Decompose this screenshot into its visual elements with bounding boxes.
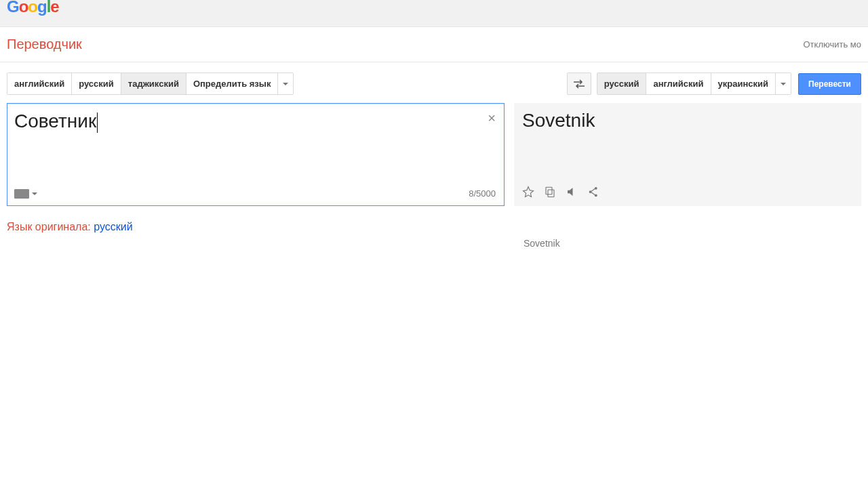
- source-text-box[interactable]: Советник × 8/5000: [7, 103, 505, 206]
- target-text: Sovetnik: [522, 110, 853, 131]
- copy-icon: [544, 186, 556, 198]
- speaker-icon: [566, 186, 578, 198]
- language-controls: английский русский таджикский Определить…: [0, 62, 868, 103]
- star-icon: [522, 186, 534, 198]
- chevron-down-icon: [32, 192, 37, 195]
- transliteration-text: Sovetnik: [524, 238, 560, 249]
- text-cursor: [97, 113, 98, 133]
- svg-point-2: [589, 190, 592, 193]
- svg-rect-0: [548, 190, 554, 197]
- google-logo[interactable]: Google: [7, 0, 59, 16]
- svg-rect-1: [546, 187, 552, 195]
- target-lang-more-dropdown[interactable]: [776, 73, 791, 94]
- swap-icon: [573, 79, 585, 89]
- source-lang-english[interactable]: английский: [7, 73, 72, 94]
- char-count: 8/5000: [469, 188, 496, 199]
- keyboard-icon: [14, 189, 29, 199]
- detected-language-label: Язык оригинала:: [7, 221, 94, 232]
- share-icon: [587, 186, 599, 198]
- instant-toggle-link[interactable]: Отключить мо: [804, 39, 862, 49]
- translate-button[interactable]: Перевести: [798, 73, 861, 95]
- target-language-group: русский английский украинский: [597, 73, 791, 95]
- virtual-keyboard-button[interactable]: [14, 189, 37, 199]
- svg-point-3: [595, 187, 597, 190]
- target-lang-english[interactable]: английский: [646, 73, 711, 94]
- translation-panels: Советник × 8/5000 Sovetnik: [0, 103, 868, 206]
- source-lang-detect[interactable]: Определить язык: [186, 73, 279, 94]
- transliteration-row: Sovetnik: [524, 237, 560, 249]
- listen-translation-button[interactable]: [566, 186, 578, 198]
- target-text-box: Sovetnik: [514, 103, 861, 206]
- copy-translation-button[interactable]: [544, 186, 556, 198]
- chevron-down-icon: [781, 83, 786, 85]
- target-actions: [522, 186, 599, 198]
- detected-language-link[interactable]: русский: [94, 221, 132, 232]
- clear-source-button[interactable]: ×: [488, 110, 496, 126]
- target-lang-ukrainian[interactable]: украинский: [711, 73, 776, 94]
- app-title: Переводчик: [7, 37, 82, 52]
- svg-point-4: [595, 194, 597, 197]
- title-row: Переводчик Отключить мо: [0, 27, 868, 62]
- detected-language-row: Язык оригинала: русский: [0, 206, 868, 248]
- save-translation-button[interactable]: [522, 186, 534, 198]
- source-text[interactable]: Советник: [7, 104, 504, 140]
- target-lang-russian[interactable]: русский: [597, 73, 647, 94]
- close-icon: ×: [488, 110, 496, 125]
- source-lang-tajik[interactable]: таджикский: [121, 73, 186, 94]
- share-translation-button[interactable]: [587, 186, 599, 198]
- source-lang-more-dropdown[interactable]: [278, 73, 293, 94]
- chevron-down-icon: [283, 83, 288, 85]
- source-lang-russian[interactable]: русский: [72, 73, 121, 94]
- global-header: Google: [0, 0, 868, 27]
- swap-languages-button[interactable]: [567, 73, 591, 95]
- source-language-group: английский русский таджикский Определить…: [7, 73, 294, 95]
